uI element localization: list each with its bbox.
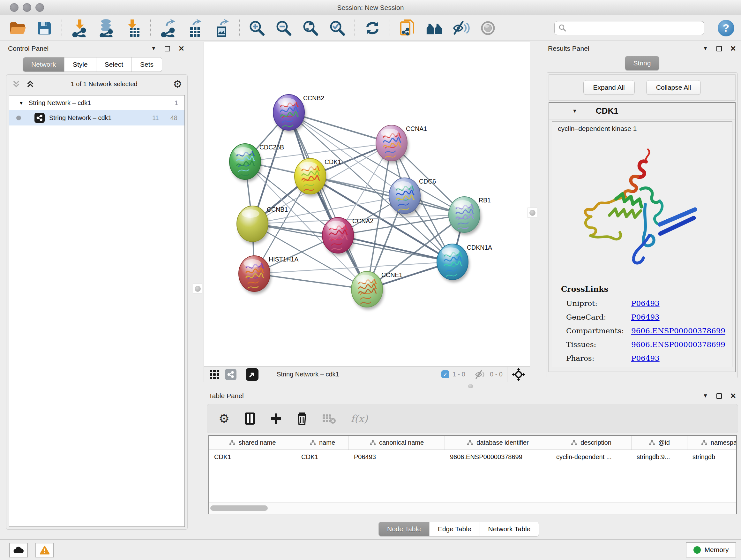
column-header-namespace[interactable]: namespace — [687, 436, 737, 449]
network-node-CCNE1[interactable]: CCNE1 — [351, 271, 402, 310]
hide-eye-icon[interactable] — [452, 19, 470, 37]
network-node-CDKN1A[interactable]: CDKN1A — [437, 244, 492, 282]
table-row[interactable]: CDK1CDK1P064939606.ENSP00000378699cyclin… — [209, 450, 736, 464]
split-columns-icon[interactable] — [244, 412, 256, 425]
table-cell[interactable]: stringdb:9... — [631, 450, 687, 464]
horizontal-scrollbar[interactable] — [209, 502, 736, 514]
network-node-CCNA2[interactable]: CCNA2 — [322, 217, 374, 256]
selected-checkbox-icon[interactable]: ✓ — [441, 370, 449, 378]
panel-close-icon[interactable]: ✕ — [730, 392, 736, 400]
open-folder-icon[interactable] — [9, 19, 26, 37]
hidden-eye-icon[interactable] — [475, 369, 487, 380]
zoom-fit-icon[interactable] — [301, 19, 320, 37]
pan-crosshair-icon[interactable] — [512, 368, 525, 381]
tree-expand-icon[interactable]: ▼ — [19, 100, 23, 106]
gear-icon[interactable]: ⚙ — [173, 79, 182, 89]
table-cell[interactable]: stringdb — [687, 450, 737, 464]
column-header--id[interactable]: @id — [631, 436, 687, 449]
column-header-database-identifier[interactable]: database identifier — [445, 436, 551, 449]
column-header-name[interactable]: name — [296, 436, 349, 449]
column-header-shared-name[interactable]: shared name — [209, 436, 296, 449]
table-settings-icon[interactable]: ⚙ — [219, 413, 229, 425]
expand-all-button[interactable]: Expand All — [583, 80, 635, 95]
search-field[interactable] — [554, 21, 704, 35]
add-column-icon[interactable] — [270, 413, 282, 424]
export-image-icon[interactable] — [213, 19, 231, 37]
crosslink-link[interactable]: P06493 — [631, 299, 660, 307]
help-icon[interactable]: ? — [718, 20, 734, 37]
network-node-CDC25B[interactable]: CDC25B — [229, 144, 284, 182]
eye-disabled-icon[interactable] — [479, 19, 497, 37]
documents-share-icon[interactable] — [399, 19, 416, 37]
tab-style[interactable]: Style — [64, 57, 96, 71]
tab-network-table[interactable]: Network Table — [480, 522, 539, 536]
crosslink-link[interactable]: P06493 — [631, 354, 660, 362]
tab-select[interactable]: Select — [96, 57, 132, 71]
network-node-HIST1H1A[interactable]: HIST1H1A — [239, 256, 298, 294]
network-row-selected[interactable]: String Network – cdk1 11 48 — [9, 110, 185, 125]
column-header-canonical-name[interactable]: canonical name — [349, 436, 445, 449]
column-header-description[interactable]: description — [551, 436, 631, 449]
right-splitter-handle[interactable] — [528, 207, 537, 218]
zoom-out-icon[interactable] — [275, 19, 293, 37]
network-node-CCNB1[interactable]: CCNB1 — [237, 206, 288, 244]
tab-sets[interactable]: Sets — [132, 57, 162, 71]
panel-float-icon[interactable] — [165, 46, 170, 51]
table-cell[interactable]: P06493 — [349, 450, 445, 464]
birds-eye-view-icon[interactable] — [246, 368, 259, 381]
scrollbar-thumb[interactable] — [210, 505, 268, 511]
panel-float-icon[interactable] — [717, 46, 722, 51]
memory-button[interactable]: Memory — [686, 542, 736, 557]
network-node-RB1[interactable]: RB1 — [449, 197, 491, 235]
network-collection-row[interactable]: ▼ String Network – cdk1 1 — [9, 96, 185, 110]
bottom-splitter-handle[interactable] — [468, 384, 473, 388]
panel-float-icon[interactable] — [717, 393, 722, 399]
import-table-icon[interactable] — [124, 19, 142, 37]
apply-layout-icon[interactable] — [363, 19, 381, 37]
export-table-icon[interactable] — [186, 19, 204, 37]
network-share-icon[interactable] — [225, 369, 237, 380]
network-canvas[interactable]: CCNB2CCNA1CDC25BCDK1CDC6RB1CCNB1CCNA2CDK… — [204, 42, 530, 366]
tab-network[interactable]: Network — [23, 57, 64, 71]
collapse-all-button[interactable]: Collapse All — [646, 80, 701, 95]
column-header-label: namespace — [711, 439, 737, 446]
table-cell[interactable]: cyclin-dependent ... — [551, 450, 631, 464]
panel-collapse-icon[interactable]: ▼ — [703, 393, 708, 399]
home-houses-icon[interactable] — [425, 19, 443, 37]
table-cell[interactable]: CDK1 — [209, 450, 296, 464]
network-node-CCNA1[interactable]: CCNA1 — [376, 125, 427, 164]
crosslink-link[interactable]: P06493 — [631, 313, 660, 321]
crosslink-link[interactable]: 9606.ENSP00000378699 — [631, 340, 725, 349]
table-cell[interactable]: 9606.ENSP00000378699 — [445, 450, 551, 464]
panel-collapse-icon[interactable]: ▼ — [151, 45, 156, 52]
expand-all-icon[interactable] — [25, 79, 35, 89]
save-icon[interactable] — [36, 19, 53, 37]
panel-collapse-icon[interactable]: ▼ — [703, 45, 708, 52]
panel-close-icon[interactable]: ✕ — [730, 44, 736, 53]
tab-edge-table[interactable]: Edge Table — [429, 522, 480, 536]
delete-column-icon[interactable] — [296, 412, 307, 425]
cloud-status-button[interactable] — [9, 543, 28, 557]
network-edge-CCNB2-CCNE1[interactable] — [289, 112, 367, 289]
search-input[interactable] — [567, 24, 704, 32]
zoom-selected-icon[interactable] — [328, 19, 346, 37]
left-splitter-handle[interactable] — [193, 284, 202, 294]
tab-node-table[interactable]: Node Table — [379, 522, 429, 536]
warning-status-button[interactable] — [36, 543, 54, 557]
section-collapse-icon[interactable]: ▼ — [572, 108, 577, 114]
import-database-icon[interactable] — [97, 19, 115, 37]
table-cell[interactable]: CDK1 — [296, 450, 349, 464]
zoom-in-icon[interactable] — [248, 19, 266, 37]
collapse-all-icon[interactable] — [11, 79, 21, 89]
tab-string[interactable]: String — [625, 56, 659, 70]
network-node-CCNB2[interactable]: CCNB2 — [273, 95, 324, 133]
panel-close-icon[interactable]: ✕ — [179, 44, 185, 53]
network-edge-CCNA2-CDKN1A[interactable] — [338, 235, 453, 262]
network-node-CDC6[interactable]: CDC6 — [389, 178, 436, 216]
import-network-icon[interactable] — [71, 19, 88, 37]
network-collection-count: 1 — [175, 99, 178, 107]
export-network-icon[interactable] — [159, 19, 177, 37]
crosslink-link[interactable]: 9606.ENSP00000378699 — [631, 327, 725, 335]
grid-view-icon[interactable] — [209, 369, 220, 380]
section-header[interactable]: ▼ CDK1 — [549, 103, 735, 119]
